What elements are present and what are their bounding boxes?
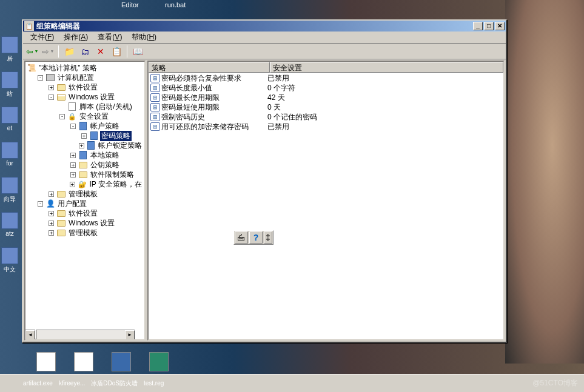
app-icon: 📋: [24, 21, 34, 31]
tree-ip-security[interactable]: + 🔐 IP 安全策略，在: [27, 179, 143, 189]
tree-security-settings[interactable]: - 🔒 安全设置: [27, 111, 143, 121]
list-pane: 策略 安全设置 ⊞密码必须符合复杂性要求 已禁用 ⊞密码长度最小值 0 个字符 …: [147, 61, 505, 341]
delete-button[interactable]: ✕: [94, 45, 107, 58]
taskbar-label[interactable]: test.reg: [144, 380, 164, 387]
tree-root[interactable]: 📜 "本地计算机" 策略: [27, 63, 143, 73]
menu-action[interactable]: 操作(A): [59, 31, 93, 44]
desktop-icon[interactable]: 向导: [0, 177, 19, 206]
book-icon: [78, 150, 88, 160]
desktop-icon[interactable]: atz: [0, 212, 19, 241]
floating-toolbar[interactable]: 🖮 ? ‡: [233, 230, 274, 245]
desktop-icon[interactable]: 站: [0, 71, 19, 101]
tree-user-config[interactable]: - 👤 用户配置: [27, 199, 143, 208]
taskbar: artifact.exe kfireeye... 冰盾DDoS防火墙 test.…: [0, 374, 584, 392]
collapse-icon[interactable]: -: [70, 124, 76, 129]
desktop-icon[interactable]: 居: [0, 36, 19, 65]
scroll-thumb[interactable]: [35, 330, 36, 339]
expand-icon[interactable]: +: [70, 172, 76, 178]
tree-user-software[interactable]: + 软件设置: [27, 208, 143, 218]
tree-admin-templates[interactable]: + 管理模板: [27, 189, 143, 199]
expand-icon[interactable]: +: [49, 211, 54, 216]
help-button[interactable]: ?: [249, 231, 263, 244]
folder-icon: [56, 228, 66, 238]
expand-icon[interactable]: +: [70, 162, 76, 168]
minimize-button[interactable]: _: [473, 22, 483, 30]
list-row[interactable]: ⊞密码最长使用期限 42 天: [149, 93, 503, 102]
collapse-icon[interactable]: -: [59, 114, 65, 119]
folder-icon: [56, 208, 66, 218]
maximize-button[interactable]: □: [484, 22, 494, 30]
scroll-left-icon[interactable]: ◄: [25, 330, 35, 340]
tree-scripts[interactable]: 脚本 (启动/关机): [27, 102, 143, 111]
desktop-icon-kfireeye[interactable]: [74, 352, 93, 371]
menubar: 文件(F) 操作(A) 查看(V) 帮助(H): [23, 32, 506, 44]
desktop-icon-bingdun[interactable]: [112, 352, 131, 371]
help-button[interactable]: 📖: [131, 45, 144, 58]
list-row[interactable]: ⊞用可还原的加密来储存密码 已禁用: [149, 122, 503, 131]
up-button[interactable]: 📁: [62, 45, 76, 58]
properties-button[interactable]: 🗂: [78, 45, 92, 58]
expand-icon[interactable]: +: [81, 133, 87, 139]
close-button[interactable]: ✕: [495, 22, 505, 30]
policy-item-icon: ⊞: [150, 93, 160, 102]
list-row[interactable]: ⊞密码最短使用期限 0 天: [149, 102, 503, 112]
taskbar-label[interactable]: 冰盾DDoS防火墙: [91, 379, 138, 388]
tree-windows-settings[interactable]: - Windows 设置: [27, 92, 143, 102]
desktop: Editor run.bat 居 站 et for 向导 atz 中文 📋 组策…: [0, 0, 584, 392]
ime-button[interactable]: 🖮: [235, 231, 248, 244]
separator: [127, 45, 127, 58]
column-policy[interactable]: 策略: [149, 62, 270, 73]
column-setting[interactable]: 安全设置: [270, 62, 503, 73]
menu-file[interactable]: 文件(F): [25, 31, 59, 44]
window-title: 组策略编辑器: [36, 21, 472, 32]
expand-icon[interactable]: +: [79, 143, 84, 148]
list-body: ⊞密码必须符合复杂性要求 已禁用 ⊞密码长度最小值 0 个字符 ⊞密码最长使用期…: [149, 73, 503, 339]
tree-user-admin-templates[interactable]: + 管理模板: [27, 228, 143, 238]
desktop-icon[interactable]: et: [0, 107, 19, 136]
horizontal-scrollbar[interactable]: ◄ ►: [25, 330, 135, 339]
expand-icon[interactable]: +: [49, 191, 54, 197]
expand-icon[interactable]: +: [49, 230, 54, 236]
list-row[interactable]: ⊞密码长度最小值 0 个字符: [149, 83, 503, 93]
desktop-label-runbat[interactable]: run.bat: [165, 1, 186, 8]
export-button[interactable]: 📋: [110, 45, 123, 58]
policy-item-icon: ⊞: [150, 74, 160, 82]
menu-help[interactable]: 帮助(H): [127, 31, 161, 44]
tree-account-policy[interactable]: - 帐户策略: [27, 121, 143, 131]
list-row[interactable]: ⊞强制密码历史 0 个记住的密码: [149, 112, 503, 122]
taskbar-label[interactable]: kfireeye...: [59, 380, 85, 387]
list-row[interactable]: ⊞密码必须符合复杂性要求 已禁用: [149, 73, 503, 83]
tree-software-settings[interactable]: + 软件设置: [27, 82, 143, 92]
desktop-icon[interactable]: 中文: [0, 247, 19, 276]
titlebar[interactable]: 📋 组策略编辑器 _ □ ✕: [23, 21, 506, 32]
book-icon: [89, 131, 99, 141]
desktop-icon-artifact[interactable]: [36, 352, 56, 371]
separator: [58, 45, 59, 58]
tree-local-policy[interactable]: + 本地策略: [27, 150, 143, 160]
expand-icon[interactable]: +: [49, 221, 54, 226]
desktop-icon-testreg[interactable]: [149, 352, 169, 371]
collapse-icon[interactable]: -: [49, 95, 54, 100]
tree-user-windows[interactable]: + Windows 设置: [27, 218, 143, 228]
list-header: 策略 安全设置: [149, 62, 503, 73]
tree-pubkey-policy[interactable]: + 公钥策略: [27, 160, 143, 170]
desktop-icon[interactable]: for: [0, 142, 19, 171]
tree-pane[interactable]: 📜 "本地计算机" 策略 - 计算机配置 + 软件设置 -: [24, 61, 146, 341]
folder-icon: [78, 170, 88, 179]
tree-lockout-policy[interactable]: + 帐户锁定策略: [27, 141, 143, 150]
back-button[interactable]: ⇦▼: [25, 45, 39, 58]
options-button[interactable]: ‡: [264, 231, 272, 244]
taskbar-label[interactable]: artifact.exe: [23, 380, 53, 387]
tree-software-restrict[interactable]: + 软件限制策略: [27, 170, 143, 179]
expand-icon[interactable]: +: [70, 153, 76, 158]
collapse-icon[interactable]: -: [38, 201, 43, 207]
tree-password-policy[interactable]: + 密码策略: [27, 131, 143, 141]
expand-icon[interactable]: +: [49, 85, 54, 90]
user-icon: 👤: [45, 199, 55, 208]
scroll-right-icon[interactable]: ►: [125, 330, 135, 340]
tree-computer-config[interactable]: - 计算机配置: [27, 73, 143, 82]
desktop-label-editor[interactable]: Editor: [121, 1, 139, 8]
expand-icon[interactable]: +: [70, 182, 75, 187]
collapse-icon[interactable]: -: [38, 75, 43, 81]
menu-view[interactable]: 查看(V): [93, 31, 127, 44]
